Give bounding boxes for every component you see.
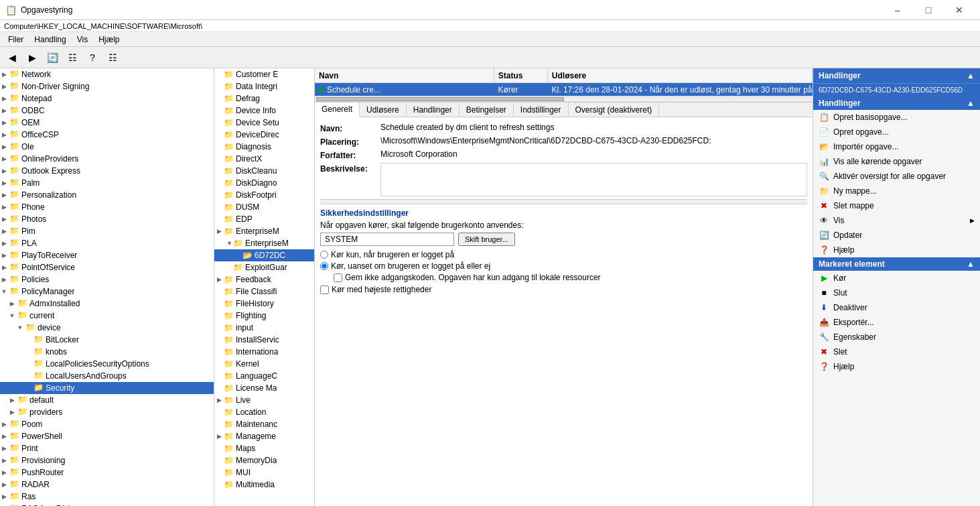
folder-tree-item[interactable]: 📁DUSM [214,201,314,213]
radio-input-2[interactable] [320,262,328,270]
task-row[interactable]: ▶ Schedule cre... Kører Kl. 17:26 den 28… [315,83,813,97]
folder-tree-item[interactable]: 📁DeviceDirec [214,129,314,141]
menu-hjaelp[interactable]: Hjælp [93,34,125,46]
registry-item[interactable]: ▶📁ODBC [0,105,214,117]
folder-tree-item[interactable]: 📁File Classifi [214,286,314,298]
maximize-button[interactable]: □ [913,0,944,20]
folder-tree-item[interactable]: 📁Internationa [214,346,314,358]
registry-item[interactable]: 📁Security [0,382,214,394]
folder-tree-item[interactable]: 📁DiskDiagno [214,177,314,189]
registry-item[interactable]: ▶📁Outlook Express [0,165,214,177]
folder-tree-item[interactable]: 📁DiskCleanu [214,165,314,177]
help-button[interactable]: ? [83,49,102,66]
action-item[interactable]: ❓Hjælp [813,243,980,257]
registry-item[interactable]: ▶📁AdmxInstalled [0,298,214,310]
registry-item[interactable]: ▶📁Ras [0,491,214,503]
menu-filer[interactable]: Filer [3,34,29,46]
tab-generelt[interactable]: Generelt [315,103,360,117]
section-collapse-arrow[interactable]: ▲ [967,259,975,269]
folder-tree-item[interactable]: ▶📁Live [214,394,314,406]
action-item[interactable]: ⬇Deaktiver [813,300,980,315]
registry-item[interactable]: ▼📁device [0,322,214,334]
action-item[interactable]: ▶Kør [813,271,980,286]
refresh-button[interactable]: 🔄 [43,49,62,66]
registry-item[interactable]: ▶📁Provisioning [0,454,214,466]
action-item[interactable]: 👁Vis▶ [813,213,980,228]
action-item[interactable]: 📋Opret basisopgave... [813,110,980,125]
registry-item[interactable]: ▶📁PowerShell [0,430,214,442]
folder-tree-item[interactable]: 📁MUI [214,466,314,479]
menu-handling[interactable]: Handling [29,34,71,46]
registry-item[interactable]: 📁LocalUsersAndGroups [0,370,214,382]
checkbox-item-2[interactable]: Kør med højeste rettigheder [320,285,807,294]
registry-item[interactable]: ▶📁Non-Driver Signing [0,80,214,92]
folder-tree-item[interactable]: 📁Data Integri [214,80,314,92]
folder-tree-item[interactable]: 📂6D72DC [214,249,314,261]
registry-item[interactable]: ▶📁PlayToReceiver [0,249,214,261]
action-item[interactable]: 📤Eksportér... [813,315,980,330]
registry-item[interactable]: ▶📁Poom [0,418,214,430]
menu-vis[interactable]: Vis [72,34,93,46]
checkbox-item-1[interactable]: Gem ikke adgangskoden. Opgaven har kun a… [334,273,807,282]
registry-item[interactable]: ▶📁Ole [0,141,214,153]
registry-item[interactable]: ▶📁OnlineProviders [0,153,214,165]
folder-tree-item[interactable]: 📁Defrag [214,92,314,105]
folder-tree-item[interactable]: 📁Location [214,406,314,418]
registry-item[interactable]: ▶📁Policies [0,273,214,286]
action-item[interactable]: ■Slut [813,286,980,300]
registry-item[interactable]: ▶📁OfficeCSP [0,129,214,141]
folder-tree-item[interactable]: 📁MemoryDia [214,454,314,466]
registry-item[interactable]: ▼📁PolicyManager [0,286,214,298]
registry-item[interactable]: ▶📁Phone [0,201,214,213]
folder-tree-item[interactable]: 📁Flighting [214,310,314,322]
registry-item[interactable]: ▶📁OEM [0,117,214,129]
registry-item[interactable]: ▼📁current [0,310,214,322]
action-item[interactable]: 📂Importér opgave... [813,139,980,154]
action-item[interactable]: 📁Ny mappe... [813,184,980,198]
registry-item[interactable]: ▶📁PointOfService [0,261,214,273]
task-list-scrollbar[interactable] [315,97,813,102]
folder-tree-item[interactable]: 📁LanguageC [214,370,314,382]
registry-item[interactable]: ▶📁PLA [0,237,214,249]
folder-tree-item[interactable]: ▼📁EnterpriseM [214,237,314,249]
registry-item[interactable]: ▶📁Print [0,442,214,454]
radio-input-1[interactable] [320,251,328,259]
registry-item[interactable]: ▶📁Personalization [0,189,214,201]
folder-tree-item[interactable]: ▶📁Manageme [214,430,314,442]
tab-oversigt[interactable]: Oversigt (deaktiveret) [569,103,660,117]
action-item[interactable]: 📊Vis alle kørende opgaver [813,154,980,169]
folder-tree-item[interactable]: 📁Kernel [214,358,314,370]
folder-tree-item[interactable]: 📁DiskFootpri [214,189,314,201]
folder-tree-item[interactable]: 📁Device Setu [214,117,314,129]
registry-item[interactable]: 📁LocalPoliciesSecurityOptions [0,358,214,370]
back-button[interactable]: ◀ [3,49,21,66]
tab-udloesere[interactable]: Udløsere [360,103,407,117]
folder-tree-item[interactable]: 📁Customer E [214,68,314,80]
folder-tree-item[interactable]: ▶📁EnterpriseM [214,225,314,237]
registry-item[interactable]: ▶📁PushRouter [0,466,214,479]
folder-tree-item[interactable]: 📁License Ma [214,382,314,394]
folder-tree-item[interactable]: 📁Diagnosis [214,141,314,153]
folder-tree-item[interactable]: 📁DirectX [214,153,314,165]
action-item[interactable]: ✖Slet mappe [813,198,980,213]
checkbox-input-1[interactable] [334,273,342,282]
registry-item[interactable]: ▶📁Palm [0,177,214,189]
folder-tree-item[interactable]: 📁input [214,322,314,334]
minimize-button[interactable]: – [882,0,913,20]
folder-tree-item[interactable]: 📁InstallServic [214,334,314,346]
registry-item[interactable]: ▶📁Photos [0,213,214,225]
folder-tree-item[interactable]: 📁Device Info [214,105,314,117]
action-item[interactable]: 🔄Opdater [813,228,980,243]
action-item[interactable]: 📄Opret opgave... [813,125,980,139]
view-button[interactable]: ☷ [63,49,82,66]
view2-button[interactable]: ☷ [103,49,122,66]
folder-tree-item[interactable]: 📁EDP [214,213,314,225]
folder-tree-item[interactable]: 📁Maintenanc [214,418,314,430]
checkbox-input-2[interactable] [320,286,329,294]
radio-item-2[interactable]: Kør, uanset om brugeren er logget på ell… [320,261,807,271]
folder-tree-item[interactable]: 📁FileHistory [214,298,314,310]
registry-item[interactable]: ▶📁Notepad [0,92,214,105]
tab-betingelser[interactable]: Betingelser [460,103,514,117]
close-button[interactable]: ✕ [944,0,975,20]
action-item[interactable]: 🔍Aktivér oversigt for alle opgaver [813,169,980,184]
